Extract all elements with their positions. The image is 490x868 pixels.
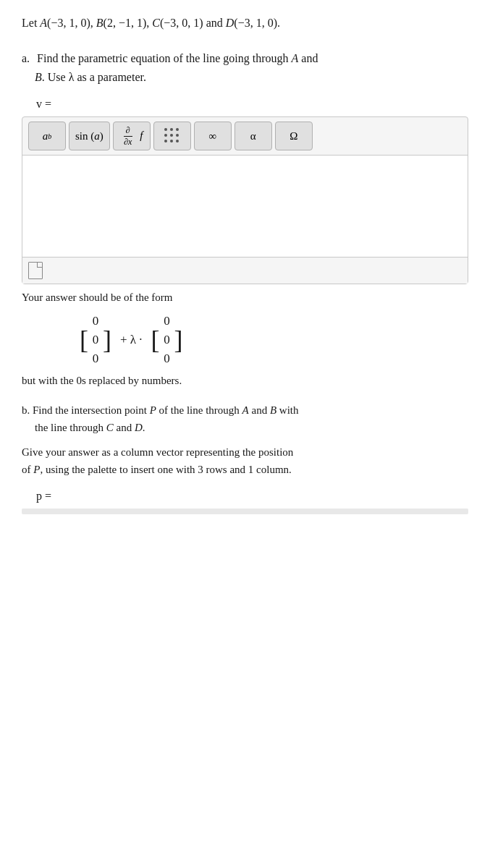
part-b-C: C [106, 422, 114, 433]
bottom-input-bar [22, 509, 468, 514]
p-equals-label: p = [36, 490, 468, 503]
right-bracket-open: [ [151, 327, 160, 353]
right-matrix: [ 0 0 0 ] [151, 312, 183, 367]
math-input-footer [22, 257, 468, 284]
sin-label: sin (a) [75, 130, 104, 142]
point-B-label: B [96, 17, 104, 29]
matrix-button[interactable] [153, 122, 191, 150]
answer-hint-text: Your answer should be of the form [22, 292, 468, 304]
omega-icon: Ω [290, 130, 297, 142]
derivative-button[interactable]: ∂ ∂x f [113, 122, 151, 150]
left-entry-2: 0 [90, 331, 101, 349]
file-icon [28, 262, 43, 279]
but-with-text: but with the 0s replaced by numbers. [22, 375, 468, 387]
sin-button[interactable]: sin (a) [69, 122, 110, 150]
alpha-icon: α [250, 130, 256, 142]
dots-icon [164, 128, 180, 144]
exponent-label: b [48, 132, 51, 140]
omega-button[interactable]: Ω [275, 122, 313, 150]
part-b-line2: the line through C and D. [35, 422, 145, 433]
part-a-letter: a. [22, 52, 30, 64]
part-a-A: A [292, 52, 299, 64]
infinity-icon: ∞ [208, 130, 216, 142]
left-entry-1: 0 [90, 312, 101, 330]
part-a-section: a. Find the parametric equation of the l… [22, 49, 468, 387]
power-button[interactable]: ab [28, 122, 66, 150]
left-bracket-open: [ [80, 327, 88, 353]
infinity-button[interactable]: ∞ [194, 122, 232, 150]
derivative-display: ∂ ∂x f [120, 125, 143, 148]
part-b-give-answer: Give your answer as a column vector repr… [22, 443, 468, 478]
part-b-letter: b. [22, 404, 30, 416]
intro-text: Let A(−3, 1, 0), B(2, −1, 1), C(−3, 0, 1… [22, 14, 468, 32]
point-C-label: C [152, 17, 160, 29]
part-a-label: a. Find the parametric equation of the l… [22, 49, 468, 86]
left-entry-3: 0 [90, 350, 101, 367]
part-b-B: B [270, 404, 276, 416]
part-b-A: A [242, 404, 249, 416]
math-input-area[interactable] [22, 156, 468, 257]
math-input-container: ab sin (a) ∂ ∂x f [22, 116, 468, 284]
part-b-D: D [135, 422, 143, 433]
right-entry-3: 0 [161, 350, 173, 367]
part-b-P: P [150, 404, 156, 416]
matrix-form-display: [ 0 0 0 ] + λ · [ 0 0 0 ] [80, 312, 468, 367]
point-A-label: A [40, 17, 47, 29]
left-matrix-entries: 0 0 0 [90, 312, 101, 367]
v-equals-label: v = [36, 98, 468, 111]
part-b-description: b. Find the intersection point P of the … [22, 401, 468, 436]
right-entry-1: 0 [161, 312, 173, 330]
part-a-B: B [35, 71, 42, 83]
alpha-button[interactable]: α [235, 122, 272, 150]
lambda-operator: + λ · [120, 333, 143, 347]
base-label: a [43, 130, 48, 142]
math-toolbar: ab sin (a) ∂ ∂x f [22, 117, 468, 156]
left-matrix: [ 0 0 0 ] [80, 312, 111, 367]
right-entry-2: 0 [161, 331, 173, 349]
part-b-section: b. Find the intersection point P of the … [22, 401, 468, 514]
point-D-label: D [226, 17, 235, 29]
left-bracket-close: ] [103, 327, 111, 353]
right-matrix-entries: 0 0 0 [161, 312, 173, 367]
part-b-P2: P [33, 464, 40, 475]
right-bracket-close: ] [174, 327, 183, 353]
